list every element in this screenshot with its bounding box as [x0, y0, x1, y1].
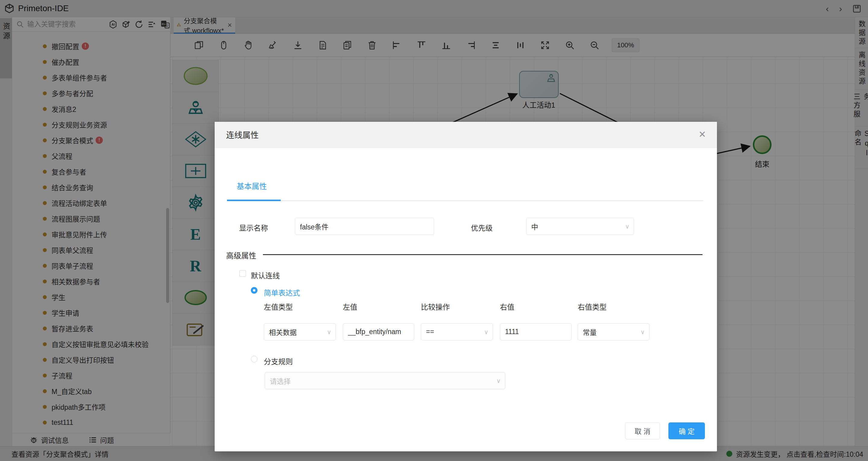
compare-op-select[interactable]: == ∨	[421, 323, 493, 340]
left-value-value[interactable]	[348, 328, 409, 336]
cancel-button[interactable]: 取 消	[625, 422, 660, 439]
chevron-down-icon: ∨	[625, 223, 629, 230]
chevron-down-icon: ∨	[484, 328, 489, 336]
left-value-type-select[interactable]: 相关数据 ∨	[264, 323, 336, 340]
simple-expression-radio[interactable]	[251, 287, 257, 294]
branch-rule-placeholder: 请选择	[270, 376, 291, 386]
confirm-button[interactable]: 确 定	[669, 422, 705, 439]
priority-label: 优先级	[471, 222, 493, 233]
branch-rule-radio[interactable]	[251, 356, 257, 362]
dialog-close-icon[interactable]: ✕	[699, 129, 706, 140]
left-value-label: 左值	[343, 301, 357, 312]
branch-rule-select[interactable]: 请选择 ∨	[265, 372, 505, 389]
display-name-label: 显示名称	[239, 222, 268, 233]
compare-op-value: ==	[426, 328, 434, 336]
tab-basic-properties[interactable]: 基本属性	[237, 180, 267, 191]
chevron-down-icon: ∨	[327, 328, 331, 336]
line-properties-dialog: 连线属性 ✕ 基本属性 显示名称 优先级 中 ∨ 高级属性 默认连线 简单表达式…	[215, 122, 717, 451]
priority-select[interactable]: 中 ∨	[526, 218, 634, 235]
priority-value: 中	[531, 221, 538, 232]
right-value-type-select[interactable]: 常量 ∨	[578, 323, 649, 340]
right-value-type-label: 右值类型	[578, 301, 607, 312]
left-value-type-value: 相关数据	[269, 327, 297, 337]
right-value-type-value: 常量	[583, 327, 597, 337]
left-value-type-label: 左值类型	[264, 301, 293, 312]
display-name-input[interactable]	[295, 218, 434, 235]
branch-rule-label: 分支规则	[264, 356, 293, 366]
chevron-down-icon: ∨	[496, 377, 501, 385]
compare-op-label: 比较操作	[421, 301, 450, 312]
default-line-label: 默认连线	[251, 270, 280, 280]
right-value-input[interactable]	[500, 323, 571, 340]
advanced-divider	[263, 254, 703, 255]
simple-expression-label: 简单表达式	[264, 287, 300, 298]
chevron-down-icon: ∨	[640, 328, 645, 336]
right-value-value[interactable]	[505, 328, 566, 336]
default-line-checkbox[interactable]	[239, 270, 246, 277]
advanced-heading: 高级属性	[226, 250, 256, 260]
tab-basic-underline	[227, 199, 281, 201]
tab-separator	[227, 200, 703, 201]
dialog-title: 连线属性	[226, 129, 259, 141]
display-name-value[interactable]	[300, 222, 429, 230]
dialog-header: 连线属性 ✕	[215, 122, 717, 148]
right-value-label: 右值	[500, 301, 514, 312]
left-value-input[interactable]	[343, 323, 414, 340]
